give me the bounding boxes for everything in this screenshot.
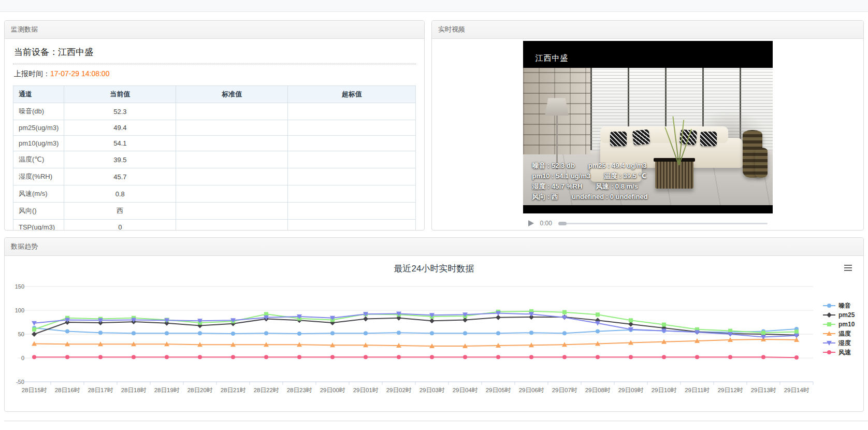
svg-text:pm10: pm10: [838, 321, 855, 328]
svg-text:29日02时: 29日02时: [386, 387, 412, 393]
svg-text:29日10时: 29日10时: [652, 387, 677, 393]
cell-channel: 噪音(db): [13, 103, 64, 120]
svg-text:28日22时: 28日22时: [254, 387, 279, 393]
table-row: TSP(ug/m3)0: [13, 220, 416, 231]
cell-current: 45.7: [64, 168, 176, 185]
svg-text:风速: 风速: [838, 349, 851, 356]
video-overlay-line: pm10 : 54.1 ug/m3 温度 : 39.5 ℃: [532, 171, 648, 181]
svg-text:28日16时: 28日16时: [55, 387, 80, 393]
cell-channel: 风速(m/s): [13, 185, 64, 203]
cell-current: 西: [64, 203, 176, 220]
svg-text:28日15时: 28日15时: [22, 387, 47, 393]
scene-floor-lamp: [543, 98, 571, 169]
cell-channel: 温度(℃): [13, 151, 64, 168]
svg-text:29日06时: 29日06时: [519, 387, 544, 393]
svg-text:29日08时: 29日08时: [585, 387, 611, 393]
svg-text:29日01时: 29日01时: [353, 387, 379, 393]
scene-pillow: [610, 132, 627, 146]
cell-channel: 风向(): [13, 203, 64, 220]
cell-exceed: [288, 103, 416, 120]
play-icon[interactable]: [528, 220, 534, 226]
col-header-current: 当前值: [64, 86, 176, 103]
cell-exceed: [288, 220, 416, 231]
svg-text:29日00时: 29日00时: [320, 387, 345, 393]
svg-text:28日20时: 28日20时: [187, 387, 213, 393]
chart-title: 最近24小时实时数据: [9, 258, 859, 276]
scene-pillow: [632, 130, 650, 146]
monitor-table-body: 噪音(db)52.3pm25(ug/m3)49.4pm10(ug/m3)54.1…: [13, 103, 416, 231]
table-row: 温度(℃)39.5: [13, 151, 416, 168]
legend-item-风速[interactable]: 风速: [823, 349, 851, 356]
col-header-exceed: 超标值: [288, 86, 416, 103]
cell-exceed: [288, 168, 416, 185]
col-header-channel: 通道: [13, 86, 64, 103]
player-progress-bar[interactable]: [558, 223, 768, 224]
svg-text:29日07时: 29日07时: [552, 387, 577, 393]
svg-text:29日05时: 29日05时: [486, 387, 511, 393]
cell-standard: [176, 168, 288, 185]
report-time-label: 上报时间：: [14, 69, 50, 78]
video-panel: 实时视频 江西中盛: [431, 20, 864, 231]
cell-channel: pm10(ug/m3): [13, 136, 64, 151]
legend-item-温度[interactable]: 温度: [823, 330, 851, 337]
svg-text:0: 0: [21, 355, 24, 361]
cell-channel: TSP(ug/m3): [13, 220, 64, 231]
svg-text:噪音: 噪音: [838, 302, 851, 309]
hamburger-menu-icon[interactable]: [844, 265, 852, 273]
svg-text:29日12时: 29日12时: [718, 387, 743, 393]
trend-chart: -5005010015028日15时28日16时28日17时28日18时28日1…: [9, 276, 864, 399]
table-header-row: 通道 当前值 标准值 超标值: [13, 86, 416, 103]
cell-standard: [176, 103, 288, 120]
cell-exceed: [288, 136, 416, 151]
top-bar: [0, 0, 868, 12]
cell-exceed: [288, 203, 416, 220]
video-controls: 0:00: [523, 218, 773, 229]
svg-text:28日18时: 28日18时: [121, 387, 147, 393]
cell-standard: [176, 220, 288, 231]
legend-item-pm10[interactable]: pm10: [823, 321, 855, 328]
series-温度: [32, 337, 799, 348]
report-time-line: 上报时间：17-07-29 14:08:00: [13, 64, 416, 84]
legend-item-pm25[interactable]: pm25: [823, 311, 855, 319]
legend-item-湿度[interactable]: 湿度: [823, 339, 851, 347]
cell-current: 0.8: [64, 185, 176, 203]
svg-text:29日09时: 29日09时: [618, 387, 644, 393]
legend-item-噪音[interactable]: 噪音: [823, 302, 851, 309]
series-风速: [32, 355, 799, 360]
cell-current: 0: [64, 220, 176, 231]
cell-channel: 湿度(%RH): [13, 168, 64, 185]
svg-text:29日03时: 29日03时: [419, 387, 445, 393]
cell-current: 39.5: [64, 151, 176, 168]
svg-text:28日19时: 28日19时: [154, 387, 180, 393]
video-player[interactable]: 江西中盛: [523, 41, 773, 213]
svg-text:湿度: 湿度: [838, 339, 851, 347]
svg-text:28日23时: 28日23时: [287, 387, 312, 393]
monitoring-table: 通道 当前值 标准值 超标值 噪音(db)52.3pm25(ug/m3)49.4…: [13, 85, 416, 231]
video-overlay-line: 噪音 : 52.3 db pm25 : 49.4 ug/m3: [532, 161, 648, 171]
trend-panel-header: 数据趋势: [5, 238, 863, 256]
cell-exceed: [288, 120, 416, 136]
page-content: 监测数据 当前设备：江西中盛 上报时间：17-07-29 14:08:00 通道…: [0, 12, 868, 421]
cell-standard: [176, 185, 288, 203]
video-panel-header: 实时视频: [432, 21, 863, 39]
cell-current: 52.3: [64, 103, 176, 120]
table-row: 风向()西: [13, 203, 416, 220]
svg-text:50: 50: [18, 331, 24, 337]
cell-standard: [176, 120, 288, 136]
cell-channel: pm25(ug/m3): [13, 120, 64, 136]
player-time: 0:00: [540, 220, 552, 227]
video-overlay-line: 湿度 : 45.7 %RH 风速 : 0.8 m/s: [532, 181, 648, 192]
svg-text:29日13时: 29日13时: [751, 387, 776, 393]
scene-plant: [664, 116, 693, 165]
table-row: pm10(ug/m3)54.1: [13, 136, 416, 151]
table-row: 噪音(db)52.3: [13, 103, 416, 120]
bottom-divider: [4, 421, 868, 421]
video-title: 江西中盛: [536, 53, 569, 63]
cell-exceed: [288, 151, 416, 168]
video-overlay: 噪音 : 52.3 db pm25 : 49.4 ug/m3pm10 : 54.…: [532, 161, 648, 202]
current-device-label: 当前设备：江西中盛: [13, 41, 416, 64]
svg-text:150: 150: [15, 283, 24, 290]
monitor-panel: 监测数据 当前设备：江西中盛 上报时间：17-07-29 14:08:00 通道…: [4, 20, 425, 231]
cell-exceed: [288, 185, 416, 203]
svg-text:温度: 温度: [838, 330, 851, 337]
